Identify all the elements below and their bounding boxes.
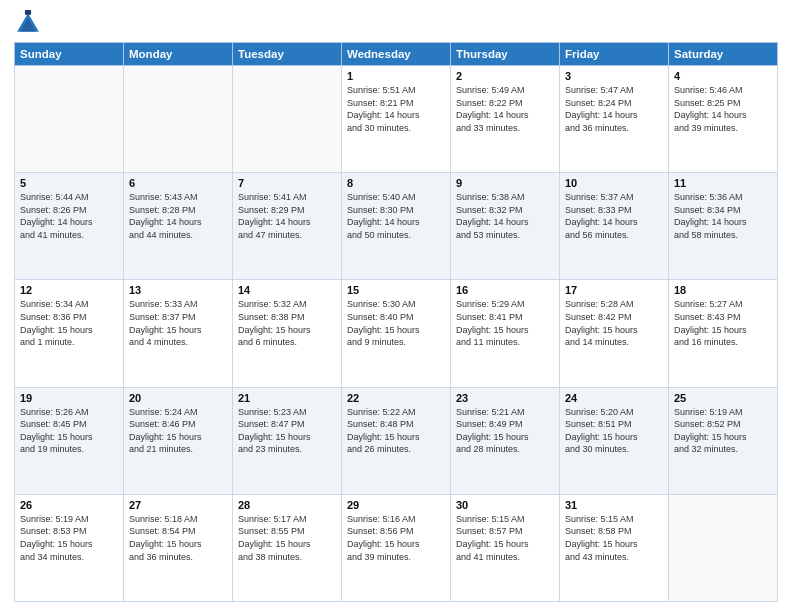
calendar-cell: 17Sunrise: 5:28 AM Sunset: 8:42 PM Dayli… (560, 280, 669, 387)
day-number: 22 (347, 392, 445, 404)
calendar-cell (669, 494, 778, 601)
day-number: 3 (565, 70, 663, 82)
calendar-cell: 20Sunrise: 5:24 AM Sunset: 8:46 PM Dayli… (124, 387, 233, 494)
calendar-cell: 14Sunrise: 5:32 AM Sunset: 8:38 PM Dayli… (233, 280, 342, 387)
day-info: Sunrise: 5:24 AM Sunset: 8:46 PM Dayligh… (129, 406, 227, 456)
calendar-cell: 25Sunrise: 5:19 AM Sunset: 8:52 PM Dayli… (669, 387, 778, 494)
day-number: 14 (238, 284, 336, 296)
calendar-cell: 6Sunrise: 5:43 AM Sunset: 8:28 PM Daylig… (124, 173, 233, 280)
day-info: Sunrise: 5:18 AM Sunset: 8:54 PM Dayligh… (129, 513, 227, 563)
day-number: 18 (674, 284, 772, 296)
day-info: Sunrise: 5:41 AM Sunset: 8:29 PM Dayligh… (238, 191, 336, 241)
day-number: 23 (456, 392, 554, 404)
calendar-cell: 24Sunrise: 5:20 AM Sunset: 8:51 PM Dayli… (560, 387, 669, 494)
day-info: Sunrise: 5:47 AM Sunset: 8:24 PM Dayligh… (565, 84, 663, 134)
day-info: Sunrise: 5:26 AM Sunset: 8:45 PM Dayligh… (20, 406, 118, 456)
day-number: 8 (347, 177, 445, 189)
day-number: 19 (20, 392, 118, 404)
calendar-cell: 22Sunrise: 5:22 AM Sunset: 8:48 PM Dayli… (342, 387, 451, 494)
day-info: Sunrise: 5:27 AM Sunset: 8:43 PM Dayligh… (674, 298, 772, 348)
day-number: 10 (565, 177, 663, 189)
calendar-week-row: 12Sunrise: 5:34 AM Sunset: 8:36 PM Dayli… (15, 280, 778, 387)
calendar-cell: 12Sunrise: 5:34 AM Sunset: 8:36 PM Dayli… (15, 280, 124, 387)
weekday-header-friday: Friday (560, 43, 669, 66)
calendar-cell: 28Sunrise: 5:17 AM Sunset: 8:55 PM Dayli… (233, 494, 342, 601)
day-number: 15 (347, 284, 445, 296)
day-info: Sunrise: 5:43 AM Sunset: 8:28 PM Dayligh… (129, 191, 227, 241)
day-info: Sunrise: 5:29 AM Sunset: 8:41 PM Dayligh… (456, 298, 554, 348)
calendar-table: SundayMondayTuesdayWednesdayThursdayFrid… (14, 42, 778, 602)
calendar-cell: 23Sunrise: 5:21 AM Sunset: 8:49 PM Dayli… (451, 387, 560, 494)
day-info: Sunrise: 5:23 AM Sunset: 8:47 PM Dayligh… (238, 406, 336, 456)
calendar-cell (15, 66, 124, 173)
day-info: Sunrise: 5:37 AM Sunset: 8:33 PM Dayligh… (565, 191, 663, 241)
calendar-week-row: 19Sunrise: 5:26 AM Sunset: 8:45 PM Dayli… (15, 387, 778, 494)
calendar-cell: 31Sunrise: 5:15 AM Sunset: 8:58 PM Dayli… (560, 494, 669, 601)
day-info: Sunrise: 5:40 AM Sunset: 8:30 PM Dayligh… (347, 191, 445, 241)
calendar-cell: 4Sunrise: 5:46 AM Sunset: 8:25 PM Daylig… (669, 66, 778, 173)
day-number: 12 (20, 284, 118, 296)
day-number: 28 (238, 499, 336, 511)
day-info: Sunrise: 5:32 AM Sunset: 8:38 PM Dayligh… (238, 298, 336, 348)
calendar-cell: 26Sunrise: 5:19 AM Sunset: 8:53 PM Dayli… (15, 494, 124, 601)
calendar-cell: 27Sunrise: 5:18 AM Sunset: 8:54 PM Dayli… (124, 494, 233, 601)
day-number: 17 (565, 284, 663, 296)
day-info: Sunrise: 5:19 AM Sunset: 8:53 PM Dayligh… (20, 513, 118, 563)
day-info: Sunrise: 5:15 AM Sunset: 8:58 PM Dayligh… (565, 513, 663, 563)
day-info: Sunrise: 5:33 AM Sunset: 8:37 PM Dayligh… (129, 298, 227, 348)
weekday-header-thursday: Thursday (451, 43, 560, 66)
logo (14, 10, 46, 38)
calendar-cell: 13Sunrise: 5:33 AM Sunset: 8:37 PM Dayli… (124, 280, 233, 387)
day-number: 26 (20, 499, 118, 511)
weekday-header-sunday: Sunday (15, 43, 124, 66)
page: SundayMondayTuesdayWednesdayThursdayFrid… (0, 0, 792, 612)
calendar-cell: 30Sunrise: 5:15 AM Sunset: 8:57 PM Dayli… (451, 494, 560, 601)
day-number: 7 (238, 177, 336, 189)
day-number: 30 (456, 499, 554, 511)
day-info: Sunrise: 5:28 AM Sunset: 8:42 PM Dayligh… (565, 298, 663, 348)
weekday-header-saturday: Saturday (669, 43, 778, 66)
day-number: 9 (456, 177, 554, 189)
day-number: 2 (456, 70, 554, 82)
calendar-week-row: 1Sunrise: 5:51 AM Sunset: 8:21 PM Daylig… (15, 66, 778, 173)
day-info: Sunrise: 5:30 AM Sunset: 8:40 PM Dayligh… (347, 298, 445, 348)
calendar-cell (233, 66, 342, 173)
day-number: 25 (674, 392, 772, 404)
day-info: Sunrise: 5:38 AM Sunset: 8:32 PM Dayligh… (456, 191, 554, 241)
calendar-cell: 5Sunrise: 5:44 AM Sunset: 8:26 PM Daylig… (15, 173, 124, 280)
calendar-cell: 29Sunrise: 5:16 AM Sunset: 8:56 PM Dayli… (342, 494, 451, 601)
calendar-cell: 7Sunrise: 5:41 AM Sunset: 8:29 PM Daylig… (233, 173, 342, 280)
day-number: 13 (129, 284, 227, 296)
day-info: Sunrise: 5:20 AM Sunset: 8:51 PM Dayligh… (565, 406, 663, 456)
svg-rect-2 (25, 10, 31, 15)
day-info: Sunrise: 5:34 AM Sunset: 8:36 PM Dayligh… (20, 298, 118, 348)
day-info: Sunrise: 5:44 AM Sunset: 8:26 PM Dayligh… (20, 191, 118, 241)
logo-icon (14, 10, 42, 38)
day-info: Sunrise: 5:21 AM Sunset: 8:49 PM Dayligh… (456, 406, 554, 456)
calendar-week-row: 5Sunrise: 5:44 AM Sunset: 8:26 PM Daylig… (15, 173, 778, 280)
header (14, 10, 778, 38)
weekday-header-tuesday: Tuesday (233, 43, 342, 66)
day-number: 11 (674, 177, 772, 189)
calendar-cell: 10Sunrise: 5:37 AM Sunset: 8:33 PM Dayli… (560, 173, 669, 280)
calendar-cell: 19Sunrise: 5:26 AM Sunset: 8:45 PM Dayli… (15, 387, 124, 494)
day-info: Sunrise: 5:46 AM Sunset: 8:25 PM Dayligh… (674, 84, 772, 134)
day-info: Sunrise: 5:36 AM Sunset: 8:34 PM Dayligh… (674, 191, 772, 241)
calendar-cell (124, 66, 233, 173)
day-info: Sunrise: 5:16 AM Sunset: 8:56 PM Dayligh… (347, 513, 445, 563)
day-number: 1 (347, 70, 445, 82)
day-number: 24 (565, 392, 663, 404)
day-info: Sunrise: 5:22 AM Sunset: 8:48 PM Dayligh… (347, 406, 445, 456)
day-number: 29 (347, 499, 445, 511)
calendar-cell: 2Sunrise: 5:49 AM Sunset: 8:22 PM Daylig… (451, 66, 560, 173)
day-info: Sunrise: 5:15 AM Sunset: 8:57 PM Dayligh… (456, 513, 554, 563)
day-number: 6 (129, 177, 227, 189)
calendar-cell: 3Sunrise: 5:47 AM Sunset: 8:24 PM Daylig… (560, 66, 669, 173)
calendar-cell: 11Sunrise: 5:36 AM Sunset: 8:34 PM Dayli… (669, 173, 778, 280)
day-info: Sunrise: 5:17 AM Sunset: 8:55 PM Dayligh… (238, 513, 336, 563)
day-number: 31 (565, 499, 663, 511)
day-number: 16 (456, 284, 554, 296)
calendar-cell: 9Sunrise: 5:38 AM Sunset: 8:32 PM Daylig… (451, 173, 560, 280)
day-number: 4 (674, 70, 772, 82)
calendar-cell: 15Sunrise: 5:30 AM Sunset: 8:40 PM Dayli… (342, 280, 451, 387)
